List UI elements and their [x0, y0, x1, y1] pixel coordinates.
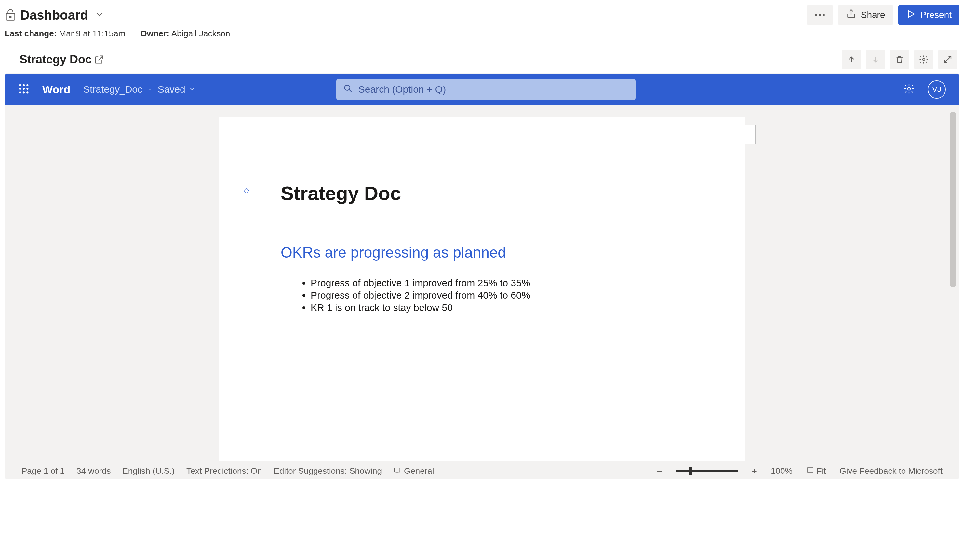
document-title[interactable]: Strategy Doc: [281, 182, 683, 205]
word-topbar: Word Strategy_Doc - Saved Search (Option…: [5, 74, 959, 105]
svg-point-12: [26, 88, 28, 90]
status-language[interactable]: English (U.S.): [123, 466, 175, 476]
share-label: Share: [861, 10, 885, 20]
svg-point-4: [823, 14, 825, 16]
zoom-thumb[interactable]: [689, 467, 692, 475]
zoom-in-button[interactable]: +: [752, 466, 757, 477]
owner-label: Owner:: [140, 29, 169, 38]
word-embed: Word Strategy_Doc - Saved Search (Option…: [5, 74, 959, 479]
play-icon: [906, 9, 916, 21]
word-save-state: Saved: [158, 84, 186, 95]
status-editor[interactable]: Editor Suggestions: Showing: [274, 466, 382, 476]
svg-point-11: [23, 88, 25, 90]
svg-point-2: [815, 14, 817, 16]
svg-point-15: [26, 91, 28, 93]
card-title-wrap[interactable]: Strategy Doc: [20, 53, 105, 66]
search-icon: [344, 84, 353, 95]
present-button[interactable]: Present: [898, 5, 960, 25]
last-change-label: Last change:: [5, 29, 57, 38]
move-up-button[interactable]: [842, 50, 861, 69]
fit-button[interactable]: Fit: [806, 466, 826, 476]
app-launcher-icon[interactable]: [18, 83, 29, 96]
svg-rect-18: [394, 468, 400, 472]
word-topbar-right: VJ: [904, 80, 946, 99]
delete-button[interactable]: [890, 50, 909, 69]
fit-label: Fit: [817, 466, 826, 476]
zoom-slider[interactable]: [676, 470, 738, 472]
avatar[interactable]: VJ: [928, 80, 946, 99]
search-input[interactable]: Search (Option + Q): [336, 79, 635, 100]
expand-button[interactable]: [938, 50, 957, 69]
present-label: Present: [920, 10, 952, 20]
document-bullets[interactable]: Progress of objective 1 improved from 25…: [281, 277, 683, 313]
svg-point-17: [908, 88, 911, 90]
owner-value: Abigail Jackson: [171, 29, 230, 38]
zoom-out-button[interactable]: −: [657, 466, 663, 477]
word-file-meta[interactable]: Strategy_Doc - Saved: [83, 84, 196, 95]
fit-icon: [806, 466, 814, 476]
status-page[interactable]: Page 1 of 1: [21, 466, 65, 476]
svg-rect-19: [807, 468, 813, 472]
chevron-down-icon: [189, 84, 196, 95]
status-words[interactable]: 34 words: [77, 466, 111, 476]
svg-marker-5: [909, 11, 914, 17]
move-down-button[interactable]: [866, 50, 885, 69]
card-title: Strategy Doc: [20, 53, 92, 66]
svg-point-9: [26, 84, 28, 86]
dashboard-header: Dashboard Share Present: [0, 0, 964, 27]
share-icon: [846, 9, 857, 21]
avatar-initials: VJ: [932, 85, 941, 94]
svg-point-6: [922, 58, 925, 61]
word-canvas[interactable]: ◇ Strategy Doc OKRs are progressing as p…: [5, 105, 959, 463]
card-actions: [842, 50, 957, 69]
svg-point-3: [819, 14, 821, 16]
separator: -: [146, 84, 155, 95]
svg-point-8: [23, 84, 25, 86]
bullet-item[interactable]: KR 1 is on track to stay below 50: [311, 302, 683, 313]
word-brand[interactable]: Word: [42, 83, 70, 96]
bullet-item[interactable]: Progress of objective 2 improved from 40…: [311, 290, 683, 301]
zoom-percent[interactable]: 100%: [771, 466, 793, 476]
dashboard-title[interactable]: Dashboard: [20, 8, 88, 23]
svg-point-7: [19, 84, 21, 86]
word-filename: Strategy_Doc: [83, 84, 142, 95]
svg-point-10: [19, 88, 21, 90]
bullet-item[interactable]: Progress of objective 1 improved from 25…: [311, 277, 683, 288]
last-change-value: Mar 9 at 11:15am: [59, 29, 125, 38]
status-channel: General: [404, 466, 434, 476]
svg-point-13: [19, 91, 21, 93]
gear-icon[interactable]: [904, 83, 915, 96]
dashboard-actions: Share Present: [807, 5, 959, 25]
status-channel-wrap[interactable]: General: [394, 466, 434, 476]
search-placeholder: Search (Option + Q): [358, 84, 446, 95]
share-button[interactable]: Share: [838, 5, 893, 25]
dashboard-meta: Last change: Mar 9 at 11:15am Owner: Abi…: [0, 27, 964, 45]
scrollbar-thumb[interactable]: [950, 112, 956, 287]
document-heading[interactable]: OKRs are progressing as planned: [281, 244, 683, 261]
diamond-marker-icon: ◇: [244, 186, 249, 194]
card-header: Strategy Doc: [0, 45, 964, 74]
feedback-link[interactable]: Give Feedback to Microsoft: [840, 466, 943, 476]
more-button[interactable]: [807, 5, 833, 25]
svg-point-14: [23, 91, 25, 93]
channel-icon: [394, 466, 401, 476]
svg-point-16: [344, 85, 350, 90]
settings-button[interactable]: [914, 50, 933, 69]
chevron-down-icon[interactable]: [94, 9, 105, 21]
word-statusbar: Page 1 of 1 34 words English (U.S.) Text…: [5, 463, 959, 479]
external-link-icon: [94, 54, 105, 65]
status-predictions[interactable]: Text Predictions: On: [186, 466, 262, 476]
status-right: − + 100% Fit Give Feedback to Microsoft: [657, 466, 943, 477]
document-page[interactable]: ◇ Strategy Doc OKRs are progressing as p…: [218, 117, 746, 461]
lock-open-icon: [5, 8, 16, 21]
svg-point-1: [10, 16, 11, 18]
page-corner-decoration: [745, 125, 756, 144]
